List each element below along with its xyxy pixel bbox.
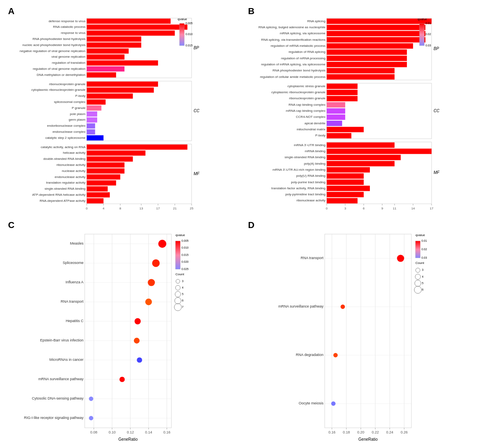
svg-rect-119 [327,115,345,120]
svg-rect-38 [87,124,95,129]
svg-text:0.020: 0.020 [182,260,189,263]
svg-text:4: 4 [422,275,424,278]
svg-text:regulation of viral genome rep: regulation of viral genome replication [33,67,86,71]
svg-text:double-stranded RNA binding: double-stranded RNA binding [43,157,86,161]
panel-d: D 0.160.180.200.220.240.26GeneRatioRNA t… [244,218,480,444]
svg-rect-115 [327,102,345,107]
svg-point-275 [415,280,421,287]
svg-text:RNA splicing: RNA splicing [307,19,325,23]
panel-b: B BPRNA splicingRNA splicing, bulged ade… [244,4,480,214]
svg-rect-95 [327,43,413,48]
svg-text:8: 8 [119,207,121,210]
svg-rect-60 [87,186,108,192]
svg-text:0: 0 [86,207,88,210]
svg-text:0.015: 0.015 [182,253,189,256]
svg-text:6: 6 [363,207,365,210]
svg-point-201 [145,299,152,306]
svg-text:pole plasm: pole plasm [70,112,86,116]
svg-rect-87 [327,19,432,24]
svg-text:negative regulation of viral g: negative regulation of viral genome repl… [20,49,86,53]
svg-text:0.16: 0.16 [163,430,171,434]
svg-text:CC: CC [434,109,440,113]
svg-text:regulation of translation: regulation of translation [52,61,86,65]
svg-point-271 [416,268,420,272]
svg-text:mRNA surveillance pathway: mRNA surveillance pathway [38,377,84,381]
svg-text:cytoplasmic ribonucleoprotein : cytoplasmic ribonucleoprotein granule [31,88,86,92]
svg-text:CC: CC [194,109,200,113]
svg-text:RNA splicing, bulged adenosine: RNA splicing, bulged adenosine as nucleo… [259,25,326,29]
svg-point-209 [119,377,125,382]
svg-rect-113 [327,96,357,101]
svg-point-203 [135,318,141,324]
svg-rect-266 [415,241,420,258]
panel-b-label: B [248,6,255,17]
svg-text:4: 4 [102,207,104,210]
svg-point-207 [137,357,142,362]
svg-rect-105 [327,74,394,80]
svg-text:3: 3 [344,207,346,210]
svg-text:GeneRatio: GeneRatio [359,437,378,442]
svg-text:25: 25 [190,207,194,210]
svg-text:0.03: 0.03 [426,44,431,47]
svg-point-197 [152,260,160,267]
svg-text:5: 5 [422,282,424,285]
svg-rect-14 [87,54,125,60]
svg-text:mRNA surveillance pathway: mRNA surveillance pathway [278,304,324,308]
svg-rect-48 [87,151,146,156]
svg-point-261 [333,353,338,358]
svg-rect-141 [327,180,364,185]
svg-text:17: 17 [430,207,434,210]
figure-container: A BPdefense response to virusRNA catabol… [0,0,484,448]
chart-b-svg: BPRNA splicingRNA splicing, bulged adeno… [246,16,464,214]
svg-text:defense response to virus: defense response to virus [48,19,86,23]
svg-rect-62 [87,192,110,197]
svg-text:0.005: 0.005 [186,22,193,25]
svg-text:11: 11 [393,207,396,210]
svg-text:single-stranded RNA binding: single-stranded RNA binding [285,155,325,159]
svg-rect-139 [327,173,364,178]
svg-text:translation regulator activity: translation regulator activity [46,181,86,184]
svg-text:CCR4-NOT complex: CCR4-NOT complex [296,115,325,119]
svg-rect-125 [327,133,351,138]
svg-rect-123 [327,127,364,132]
svg-rect-26 [87,88,154,93]
svg-rect-109 [327,84,357,89]
svg-point-195 [158,240,166,248]
svg-text:3: 3 [182,280,184,283]
svg-text:BP: BP [194,46,199,50]
svg-rect-58 [87,180,116,186]
svg-point-211 [89,397,93,401]
svg-text:7: 7 [182,306,184,308]
svg-text:response to virus: response to virus [61,31,86,35]
svg-text:0: 0 [326,207,328,210]
svg-text:Measles: Measles [70,241,83,245]
svg-text:poly(U) RNA binding: poly(U) RNA binding [296,174,325,178]
svg-point-231 [174,304,182,311]
svg-rect-42 [87,135,104,140]
svg-text:RNA transport: RNA transport [300,256,323,260]
svg-text:21: 21 [173,207,177,210]
svg-rect-6 [87,31,175,36]
svg-rect-81 [179,23,184,46]
svg-point-259 [340,305,345,309]
svg-text:3: 3 [422,268,424,271]
svg-text:poly(A) binding: poly(A) binding [304,162,325,165]
svg-text:Spliceosome: Spliceosome [63,261,83,265]
svg-rect-16 [87,61,158,66]
svg-text:Epstein-Barr virus infection: Epstein-Barr virus infection [40,338,83,342]
svg-text:17: 17 [156,207,160,210]
svg-text:RNA catabolic process: RNA catabolic process [53,25,86,29]
svg-text:ribonucleoprotein granule: ribonucleoprotein granule [289,96,326,100]
svg-rect-145 [327,192,364,197]
svg-rect-111 [327,90,357,95]
svg-text:Oocyte meiosis: Oocyte meiosis [298,401,323,405]
svg-text:regulation of mRNA processing: regulation of mRNA processing [281,57,325,60]
svg-text:Hepatitis C: Hepatitis C [66,319,84,323]
svg-rect-32 [87,105,101,111]
svg-text:6: 6 [422,288,424,291]
svg-text:0.26: 0.26 [401,430,408,434]
svg-text:DNA methylation or demethylati: DNA methylation or demethylation [37,73,86,77]
svg-rect-93 [327,37,426,42]
svg-text:mRNA cap binding complex: mRNA cap binding complex [286,109,325,113]
svg-text:5: 5 [182,293,184,295]
